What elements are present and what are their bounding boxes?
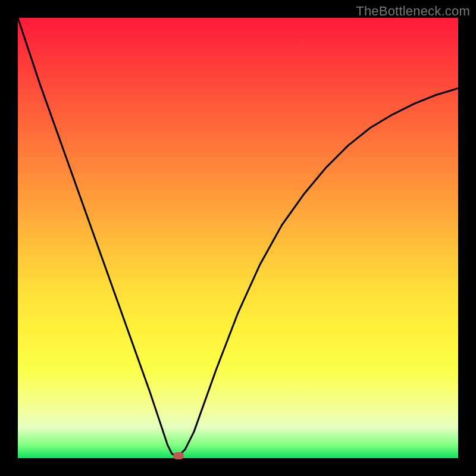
bottleneck-curve — [18, 18, 458, 456]
bottleneck-marker — [173, 452, 184, 459]
curve-layer — [18, 18, 458, 458]
chart-frame: TheBottleneck.com — [0, 0, 476, 476]
watermark-text: TheBottleneck.com — [356, 4, 470, 19]
